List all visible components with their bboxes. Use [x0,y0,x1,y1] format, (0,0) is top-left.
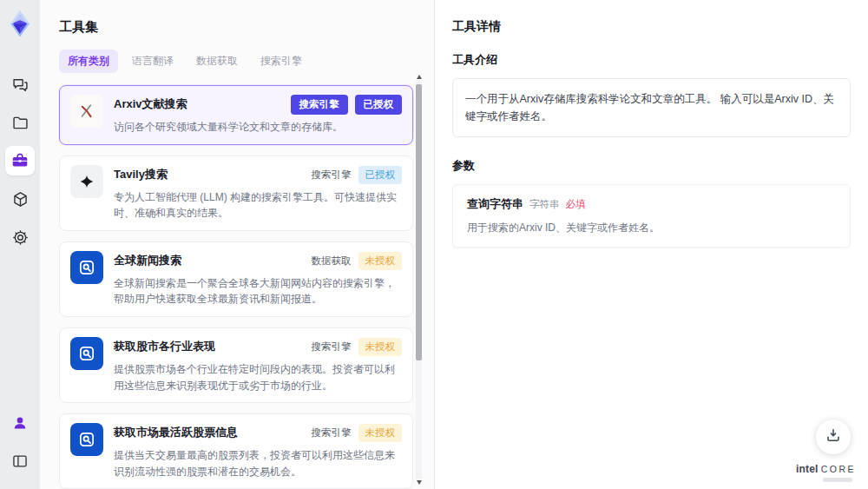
tool-badges: 搜索引擎 未授权 [305,337,403,357]
app-logo [6,8,34,39]
tool-badges: 搜索引擎 已授权 [305,165,403,185]
detail-title: 工具详情 [452,19,851,35]
left-icon-rail [0,0,40,489]
category-badge: 搜索引擎 [291,95,348,115]
tool-card[interactable]: 获取市场最活跃股票信息 搜索引擎 未授权 提供当天交易量最高的股票列表，投资者可… [59,413,413,489]
news-search-logo [70,251,103,284]
auth-status-badge: 未授权 [358,338,403,356]
tool-card-body: Arxiv文献搜索 搜索引擎 已授权 访问各个研究领域大量科学论文和文章的存储库… [114,95,402,135]
auth-status-badge: 未授权 [358,252,403,270]
param-name: 查询字符串 [467,196,523,212]
param-type: 字符串 [529,198,560,211]
tool-title: 获取股市各行业表现 [114,337,215,354]
tool-title: Tavily搜索 [114,165,168,182]
sidebar-item-settings[interactable] [5,222,35,252]
sparkle-logo [70,165,103,198]
category-tab-inactive[interactable]: 数据获取 [187,50,247,73]
tool-card-body: 获取市场最活跃股票信息 搜索引擎 未授权 提供当天交易量最高的股票列表，投资者可… [114,423,402,479]
intro-heading: 工具介绍 [452,52,851,68]
param-card: 查询字符串 字符串 必填 用于搜索的Arxiv ID、关键字或作者姓名。 [452,184,851,248]
intel-core-logo: intel CORE [796,464,856,482]
tool-card-body: 全球新闻搜索 数据获取 未授权 全球新闻搜索是一个聚合全球各大新闻网站内容的搜索… [114,251,402,307]
gear-icon [11,228,30,247]
scroll-up-icon[interactable] [417,75,422,79]
category-tabs: 所有类别 语言翻译 数据获取 搜索引擎 [59,50,408,73]
tool-description: 访问各个研究领域大量科学论文和文章的存储库。 [114,119,402,135]
tab-label: 数据获取 [196,55,238,67]
tool-card-body: Tavily搜索 搜索引擎 已授权 专为人工智能代理 (LLM) 构建的搜索引擎… [114,165,402,221]
arxiv-logo [70,95,103,128]
tool-description: 提供股票市场各个行业在特定时间段内的表现。投资者可以利用这些信息来识别表现优于或… [114,361,402,393]
download-button[interactable] [816,420,851,454]
page-title: 工具集 [59,19,408,36]
tool-description: 专为人工智能代理 (LLM) 构建的搜索引擎工具。可快速提供实时、准确和真实的结… [114,189,402,221]
tool-title: 获取市场最活跃股票信息 [114,423,238,440]
list-scrollbar[interactable] [415,75,423,485]
user-icon [11,414,29,432]
param-required-badge: 必填 [566,198,586,211]
rail-bottom-nav [5,404,35,480]
rail-nav [5,65,35,256]
tool-title: Arxiv文献搜索 [114,95,187,112]
auth-status-badge: 已授权 [358,166,403,184]
panel-icon [11,453,29,470]
category-badge: 数据获取 [312,251,352,271]
tool-list-panel: 工具集 所有类别 语言翻译 数据获取 搜索引擎 Arxiv文献搜索 搜索引擎 已… [40,0,434,489]
sidebar-item-chat[interactable] [5,69,35,99]
tool-card[interactable]: Tavily搜索 搜索引擎 已授权 专为人工智能代理 (LLM) 构建的搜索引擎… [59,155,413,231]
tool-card[interactable]: 全球新闻搜索 数据获取 未授权 全球新闻搜索是一个聚合全球各大新闻网站内容的搜索… [59,241,413,317]
category-badge: 搜索引擎 [312,337,352,357]
tool-intro-text: 一个用于从Arxiv存储库搜索科学论文和文章的工具。 输入可以是Arxiv ID… [452,78,851,137]
tool-badges: 数据获取 未授权 [305,251,403,271]
param-list: 查询字符串 字符串 必填 用于搜索的Arxiv ID、关键字或作者姓名。 [452,184,851,248]
category-tab-active[interactable]: 所有类别 [59,50,118,73]
tool-description: 全球新闻搜索是一个聚合全球各大新闻网站内容的搜索引擎，帮助用户快速获取全球最新资… [114,275,402,307]
scrollbar-track[interactable] [416,81,422,479]
sidebar-item-collapse[interactable] [5,446,35,476]
sidebar-item-files[interactable] [5,108,35,137]
tool-card-body: 获取股市各行业表现 搜索引擎 未授权 提供股票市场各个行业在特定时间段内的表现。… [114,337,402,393]
news-search-logo [70,423,103,456]
chat-icon [11,76,30,94]
category-badge: 搜索引擎 [312,423,352,443]
auth-status-badge: 未授权 [358,424,403,442]
tool-badges: 搜索引擎 未授权 [305,423,403,443]
sidebar-item-tools[interactable] [5,146,35,175]
params-heading: 参数 [452,158,851,174]
tab-label: 搜索引擎 [260,55,302,67]
intel-wordmark: intel [796,464,819,475]
intel-sub-badge [823,478,852,482]
tool-detail-panel: 工具详情 工具介绍 一个用于从Arxiv存储库搜索科学论文和文章的工具。 输入可… [434,0,868,489]
tab-label: 所有类别 [68,55,109,67]
category-tab-inactive[interactable]: 搜索引擎 [252,50,311,73]
sidebar-item-models[interactable] [5,184,35,214]
tool-card[interactable]: 获取股市各行业表现 搜索引擎 未授权 提供股票市场各个行业在特定时间段内的表现。… [59,327,413,403]
tool-description: 提供当天交易量最高的股票列表，投资者可以利用这些信息来识别流动性强的股票和潜在的… [114,447,402,479]
cube-icon [11,190,30,208]
category-tab-inactive[interactable]: 语言翻译 [123,50,182,73]
news-search-logo [70,337,103,370]
tool-badges: 搜索引擎 已授权 [284,95,403,115]
sidebar-item-profile[interactable] [5,408,35,438]
tool-card[interactable]: Arxiv文献搜索 搜索引擎 已授权 访问各个研究领域大量科学论文和文章的存储库… [59,85,413,145]
briefcase-icon [10,151,30,170]
tool-card-list: Arxiv文献搜索 搜索引擎 已授权 访问各个研究领域大量科学论文和文章的存储库… [59,85,413,489]
scrollbar-thumb[interactable] [416,84,422,360]
param-description: 用于搜索的Arxiv ID、关键字或作者姓名。 [467,220,836,235]
scroll-down-icon[interactable] [417,480,422,485]
auth-status-badge: 已授权 [355,95,403,115]
tab-label: 语言翻译 [132,55,174,67]
download-icon [825,426,842,447]
tool-title: 全球新闻搜索 [114,251,181,268]
category-badge: 搜索引擎 [312,165,352,185]
folder-icon [11,114,30,132]
core-wordmark: CORE [821,465,856,475]
